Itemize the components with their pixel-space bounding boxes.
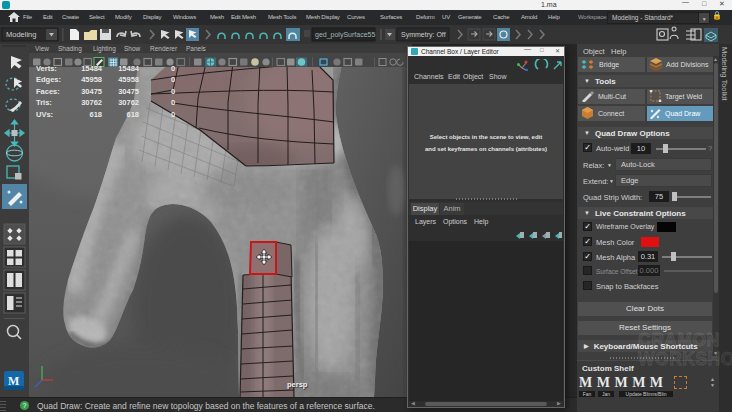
svg-text:ged_polySurface55: ged_polySurface55 [315, 31, 375, 39]
svg-text:Symmetry: Off: Symmetry: Off [401, 31, 446, 39]
svg-text:Modeling: Modeling [6, 30, 36, 39]
svg-text:M: M [8, 374, 19, 388]
